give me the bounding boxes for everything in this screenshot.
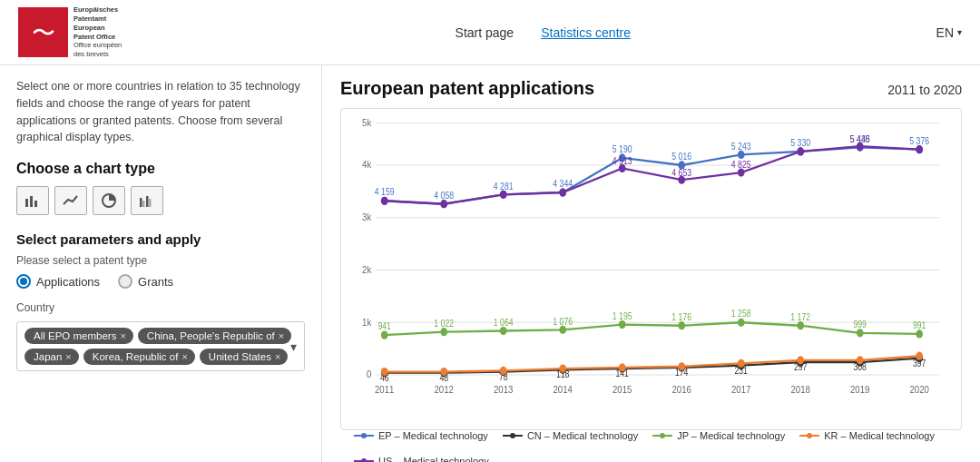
legend-ep-line-icon [354,431,374,440]
svg-point-53 [559,188,566,196]
svg-text:1 258: 1 258 [731,309,751,319]
legend-cn-label: CN – Medical technology [527,430,638,441]
svg-text:5 190: 5 190 [612,143,632,154]
svg-text:941: 941 [377,321,390,332]
svg-point-51 [440,200,447,208]
svg-point-67 [559,326,566,334]
params-title: Select parameters and apply [16,231,305,247]
svg-text:5 016: 5 016 [671,151,691,162]
main-content: Select one or more countries in relation… [0,65,980,462]
pie-chart-button[interactable] [93,186,125,215]
svg-point-104 [381,368,388,376]
tag-all-epo: All EPO members × [24,328,133,344]
svg-point-70 [738,319,745,327]
logo-line6: des brevets [74,50,122,59]
svg-text:2019: 2019 [850,383,869,395]
tag-china-remove[interactable]: × [279,330,284,341]
svg-text:1 076: 1 076 [553,316,573,327]
logo-waves-icon: 〜 [32,21,55,44]
tag-us-remove[interactable]: × [275,351,280,362]
legend-kr: KR – Medical technology [799,430,935,441]
svg-text:1 022: 1 022 [434,318,454,329]
svg-text:4 653: 4 653 [671,167,691,178]
svg-text:3k: 3k [362,211,372,222]
svg-text:5 376: 5 376 [909,135,929,146]
legend-jp-label: JP – Medical technology [677,430,785,441]
svg-text:1 176: 1 176 [671,311,691,322]
svg-text:5 330: 5 330 [790,137,810,148]
line-chart-button[interactable] [54,186,87,215]
nav-statistics-centre[interactable]: Statistics centre [541,25,631,40]
country-label: Country [16,301,305,314]
tag-korea-label: Korea, Republic of [93,351,179,362]
svg-text:4 058: 4 058 [434,190,454,201]
legend-cn: CN – Medical technology [503,430,638,441]
svg-point-113 [916,352,923,360]
svg-point-64 [381,331,388,339]
language-selector[interactable]: EN ▾ [936,25,962,40]
logo-line5: Office européen [74,41,122,50]
tag-china-label: China, People's Republic of [147,330,275,341]
svg-text:5 448: 5 448 [850,133,870,144]
svg-point-105 [440,368,447,376]
chart-header: European patent applications 2011 to 202… [340,78,962,99]
svg-text:2013: 2013 [494,383,513,395]
pie-chart-icon [101,192,117,209]
svg-text:2017: 2017 [731,383,750,395]
svg-point-65 [440,328,447,336]
logo-area: 〜 Europäisches Patentamt European Patent… [18,5,150,59]
applications-radio[interactable]: Applications [16,274,100,289]
legend-kr-label: KR – Medical technology [824,430,935,441]
tag-japan-remove[interactable]: × [65,351,71,362]
tag-all-epo-remove[interactable]: × [120,330,125,341]
svg-point-71 [797,321,804,329]
svg-text:5k: 5k [362,118,372,128]
svg-text:2k: 2k [362,263,372,275]
logo-line2: Patentamt [74,15,122,24]
country-tags-container: All EPO members × China, People's Republ… [16,321,305,371]
svg-point-117 [510,433,515,438]
svg-point-115 [361,433,367,438]
grouped-bar-button[interactable] [131,186,163,215]
svg-text:2011: 2011 [375,383,394,395]
svg-point-66 [500,327,507,335]
svg-point-69 [678,321,685,329]
legend-cn-line-icon [503,431,523,440]
tag-korea-remove[interactable]: × [181,351,187,362]
chart-title: European patent applications [340,78,594,99]
bar-chart-button[interactable] [16,186,49,215]
svg-point-36 [738,151,745,159]
logo-line3: European [74,24,122,33]
lang-label: EN [936,25,954,40]
svg-point-119 [660,433,665,438]
svg-text:4 344: 4 344 [553,178,573,189]
svg-rect-0 [25,199,28,207]
patent-type-radio-group: Applications Grants [16,274,305,289]
svg-text:2020: 2020 [910,383,929,395]
chart-type-buttons [16,186,305,215]
svg-text:1 172: 1 172 [790,311,810,322]
svg-text:4 825: 4 825 [731,160,751,171]
svg-point-123 [361,458,367,462]
applications-radio-circle [16,274,31,289]
svg-point-72 [857,329,864,337]
country-dropdown-arrow[interactable]: ▾ [290,339,297,354]
legend-us-line-icon [354,457,374,462]
grouped-bar-chart-icon [139,193,155,208]
svg-text:5 243: 5 243 [731,141,751,152]
logo-line4: Patent Office [74,33,122,42]
grants-radio[interactable]: Grants [118,274,173,289]
svg-text:991: 991 [913,319,926,330]
svg-text:4 281: 4 281 [494,181,514,192]
legend-us-label: US – Medical technology [378,456,489,462]
svg-point-106 [500,367,507,375]
tag-us-label: United States [209,351,271,362]
nav-start-page[interactable]: Start page [456,25,514,40]
svg-rect-6 [146,196,149,207]
legend-kr-line-icon [799,431,819,440]
svg-rect-5 [142,201,145,207]
tag-china: China, People's Republic of × [138,328,291,344]
svg-point-57 [797,147,804,155]
legend-jp: JP – Medical technology [652,430,785,441]
intro-text: Select one or more countries in relation… [16,78,305,146]
